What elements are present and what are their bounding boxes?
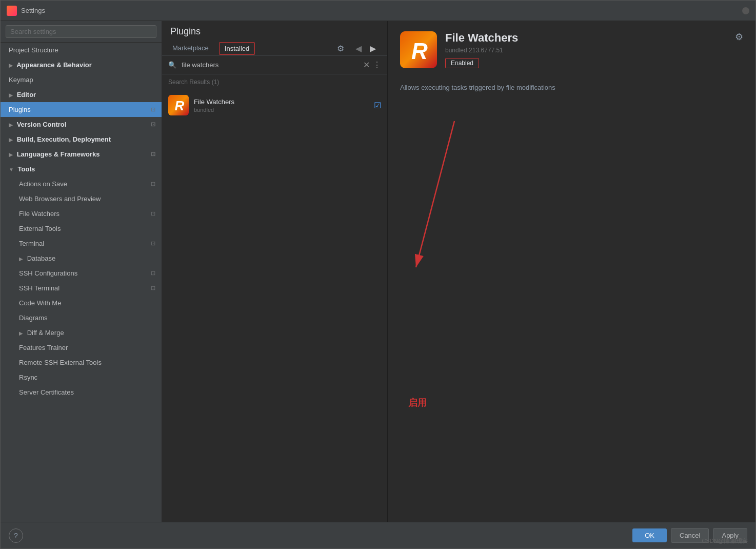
sidebar-item-code-with-me[interactable]: Code With Me <box>15 296 162 310</box>
app-logo <box>7 6 17 16</box>
nav-arrows: ◀ ▶ <box>352 43 379 54</box>
sidebar-item-editor[interactable]: ▶ Editor <box>1 87 162 102</box>
lang-ext-icon: ⊡ <box>151 151 155 158</box>
sidebar-item-features-trainer[interactable]: Features Trainer <box>15 340 162 355</box>
plugin-checkbox[interactable]: ☑ <box>374 101 381 110</box>
settings-window: Settings ✕ Project Structure ▶ Appearanc… <box>0 0 756 549</box>
plugins-panel: Plugins Marketplace Installed ⚙ ◀ ▶ 🔍 ✕ … <box>162 21 388 522</box>
sidebar-item-diagrams[interactable]: Diagrams <box>15 310 162 325</box>
detail-plugin-name: File Watchers <box>445 31 727 45</box>
plugins-title: Plugins <box>170 26 379 37</box>
search-menu-button[interactable]: ⋮ <box>373 60 381 70</box>
vc-ext-icon: ⊡ <box>151 121 155 128</box>
expand-icon-editor: ▶ <box>9 92 13 98</box>
expand-icon-vc: ▶ <box>9 122 13 128</box>
title-bar: Settings ✕ <box>1 1 755 21</box>
tools-subitems: Actions on Save ⊡ Web Browsers and Previ… <box>1 177 162 400</box>
sidebar-item-file-watchers[interactable]: File Watchers ⊡ <box>15 206 162 221</box>
svg-text:R: R <box>175 98 185 113</box>
tab-marketplace[interactable]: Marketplace <box>170 41 211 56</box>
sidebar-item-appearance-behavior[interactable]: ▶ Appearance & Behavior <box>1 57 162 72</box>
annotation-layer: 启用 <box>388 21 755 522</box>
sidebar-item-rsync[interactable]: Rsync <box>15 370 162 385</box>
term-icon: ⊡ <box>151 240 155 247</box>
help-button[interactable]: ? <box>9 528 23 543</box>
plugin-detail-panel: R File Watchers bundled 213.6777.51 Enab… <box>388 21 755 522</box>
sidebar-item-tools[interactable]: ▼ Tools <box>1 162 162 177</box>
ssh-term-icon: ⊡ <box>151 285 155 291</box>
sidebar: Project Structure ▶ Appearance & Behavio… <box>1 21 162 522</box>
sidebar-item-database[interactable]: ▶ Database <box>15 251 162 266</box>
window-title: Settings <box>21 7 742 14</box>
plugin-search-bar: 🔍 ✕ ⋮ <box>162 56 387 74</box>
svg-line-5 <box>416 121 454 267</box>
search-icon: 🔍 <box>168 61 176 69</box>
tab-installed[interactable]: Installed <box>219 42 255 55</box>
plugins-tab-row: Marketplace Installed ⚙ ◀ ▶ <box>162 37 387 56</box>
sidebar-item-plugins[interactable]: Plugins ⊡ <box>1 102 162 117</box>
plugin-search-input[interactable] <box>182 61 360 69</box>
sidebar-search-container <box>1 21 162 43</box>
detail-plugin-version: bundled 213.6777.51 <box>445 47 727 54</box>
search-results-label: Search Results (1) <box>162 74 387 90</box>
expand-icon-tools: ▼ <box>9 167 14 172</box>
expand-icon-db: ▶ <box>19 256 23 262</box>
detail-plugin-icon: R <box>400 31 437 68</box>
plugin-icon-file-watchers: R <box>168 95 189 115</box>
sidebar-item-keymap[interactable]: Keymap <box>1 72 162 87</box>
svg-text:R: R <box>411 38 428 64</box>
sidebar-item-web-browsers[interactable]: Web Browsers and Preview <box>15 191 162 206</box>
expand-icon-diff: ▶ <box>19 330 23 336</box>
sidebar-search-input[interactable] <box>6 25 156 38</box>
detail-description: Allows executing tasks triggered by file… <box>400 83 743 93</box>
plugins-header-row: Plugins <box>162 21 387 37</box>
aos-icon: ⊡ <box>151 181 155 187</box>
sidebar-item-terminal[interactable]: Terminal ⊡ <box>15 236 162 251</box>
main-content: Project Structure ▶ Appearance & Behavio… <box>1 21 755 522</box>
window-controls: ✕ <box>742 7 749 14</box>
ssh-cfg-icon: ⊡ <box>151 270 155 277</box>
detail-gear-button[interactable]: ⚙ <box>735 31 743 43</box>
sidebar-item-ssh-terminal[interactable]: SSH Terminal ⊡ <box>15 281 162 296</box>
sidebar-item-ssh-config[interactable]: SSH Configurations ⊡ <box>15 266 162 281</box>
sidebar-item-languages[interactable]: ▶ Languages & Frameworks ⊡ <box>1 147 162 162</box>
expand-icon-build: ▶ <box>9 137 13 143</box>
bottom-bar: ? OK Cancel Apply <box>1 522 755 548</box>
sidebar-item-build[interactable]: ▶ Build, Execution, Deployment <box>1 132 162 147</box>
sidebar-item-version-control[interactable]: ▶ Version Control ⊡ <box>1 117 162 132</box>
ok-button[interactable]: OK <box>632 528 667 542</box>
sidebar-item-actions-on-save[interactable]: Actions on Save ⊡ <box>15 177 162 191</box>
plugin-info: File Watchers bundled <box>194 98 369 113</box>
plugin-list-item-file-watchers[interactable]: R File Watchers bundled ☑ <box>162 90 387 121</box>
search-clear-button[interactable]: ✕ <box>363 60 370 70</box>
plugin-sub: bundled <box>194 107 369 113</box>
expand-icon-lang: ▶ <box>9 152 13 158</box>
detail-info: File Watchers bundled 213.6777.51 Enable… <box>445 31 727 68</box>
fw-icon: ⊡ <box>151 210 155 217</box>
nav-forward-button[interactable]: ▶ <box>367 43 379 54</box>
sidebar-item-diff-merge[interactable]: ▶ Diff & Merge <box>15 325 162 340</box>
close-button[interactable]: ✕ <box>742 7 749 14</box>
sidebar-item-remote-ssh[interactable]: Remote SSH External Tools <box>15 355 162 370</box>
plugins-gear-button[interactable]: ⚙ <box>337 44 344 53</box>
chinese-annotation-label: 启用 <box>408 397 427 409</box>
plugin-name: File Watchers <box>194 98 369 106</box>
detail-header: R File Watchers bundled 213.6777.51 Enab… <box>400 31 743 68</box>
nav-back-button[interactable]: ◀ <box>352 43 365 54</box>
enabled-badge[interactable]: Enabled <box>445 58 479 68</box>
watermark: CSDN@情,狠现实 <box>702 537 748 545</box>
sidebar-item-project-structure[interactable]: Project Structure <box>1 43 162 57</box>
sidebar-item-external-tools[interactable]: External Tools <box>15 221 162 236</box>
sidebar-item-server-certs[interactable]: Server Certificates <box>15 385 162 400</box>
external-link-icon: ⊡ <box>151 106 155 113</box>
expand-icon: ▶ <box>9 63 13 68</box>
